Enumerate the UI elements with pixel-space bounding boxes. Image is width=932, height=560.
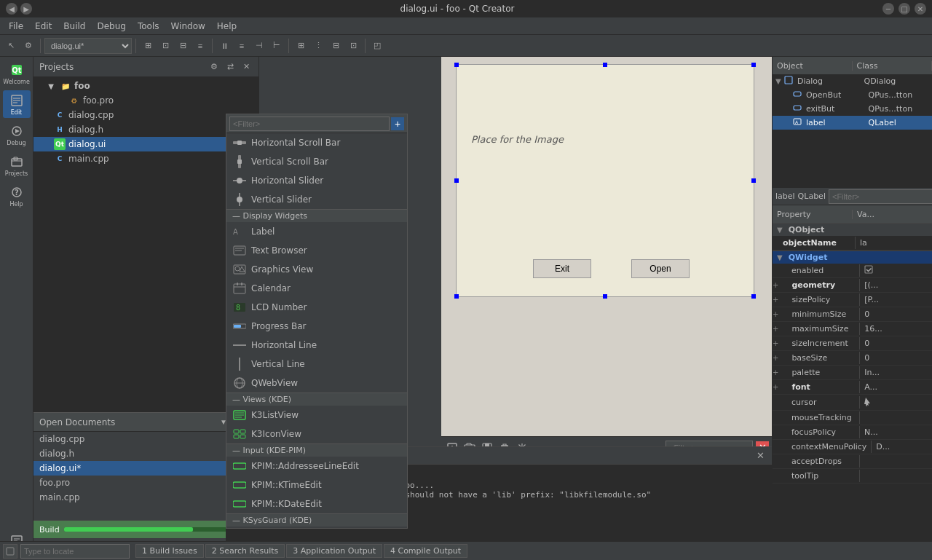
prop-enabled[interactable]: enabled	[773, 264, 932, 278]
resize-tl[interactable]	[454, 63, 459, 67]
prop-maximumsize[interactable]: + maximumSize 16...	[773, 322, 932, 336]
widget-kdate[interactable]: KPIM::KDateEdit	[226, 494, 407, 513]
doc-dialogcpp[interactable]: dialog.cpp	[33, 432, 258, 446]
widget-k3listview[interactable]: K3ListView	[226, 406, 407, 425]
prop-font[interactable]: + font A...	[773, 380, 932, 395]
widget-progress-bar[interactable]: Progress Bar	[226, 317, 407, 336]
tb-btn-6[interactable]: ≡	[234, 38, 250, 54]
resize-br[interactable]	[751, 294, 756, 299]
prop-basesize[interactable]: + baseSize 0	[773, 351, 932, 366]
menu-file[interactable]: File	[3, 20, 29, 33]
sidebar-icon-edit[interactable]: Edit	[3, 90, 31, 118]
obj-dialog[interactable]: ▼ Dialog QDialog	[773, 74, 932, 88]
property-filter-input[interactable]	[829, 189, 932, 204]
widget-vslider[interactable]: Vertical Slider	[226, 190, 407, 209]
window-maximize-btn[interactable]: □	[899, 3, 910, 15]
tb-btn-13[interactable]: ◰	[369, 38, 385, 54]
widget-vline[interactable]: Vertical Line	[226, 355, 407, 374]
menu-debug[interactable]: Debug	[91, 20, 131, 33]
tb-filter-btn[interactable]: ⚙	[20, 38, 36, 54]
projects-sync-btn[interactable]: ⇄	[224, 60, 237, 74]
tree-file-dialogui[interactable]: Qt dialog.ui	[33, 137, 258, 151]
projects-close-btn[interactable]: ✕	[240, 60, 253, 74]
tb-btn-4[interactable]: ≡	[192, 38, 208, 54]
obj-exitbut[interactable]: exitBut QPus...tton	[773, 102, 932, 116]
prop-minimumsize[interactable]: + minimumSize 0	[773, 307, 932, 322]
widget-filter-input[interactable]	[229, 117, 390, 131]
widget-add-btn[interactable]: +	[391, 117, 404, 130]
widget-hline[interactable]: Horizontal Line	[226, 336, 407, 355]
prop-palette[interactable]: + palette In...	[773, 366, 932, 380]
prop-sizepolicy[interactable]: + sizePolicy [P...	[773, 293, 932, 307]
tb-btn-10[interactable]: ⋮	[310, 38, 326, 54]
tb-pointer-btn[interactable]: ↖	[3, 38, 19, 54]
tb-btn-5[interactable]: ⏸	[216, 38, 232, 54]
menu-window[interactable]: Window	[165, 20, 211, 33]
tree-file-dialogh[interactable]: H dialog.h	[33, 122, 258, 137]
status-tab-compile[interactable]: 4 Compile Output	[384, 544, 467, 558]
prop-cursor[interactable]: cursor	[773, 395, 932, 411]
tb-btn-2[interactable]: ⊡	[157, 38, 173, 54]
doc-foopro[interactable]: foo.pro	[33, 476, 258, 490]
window-minimize-btn[interactable]: −	[882, 3, 894, 15]
widget-klsof[interactable]: KLsofWidget	[226, 527, 407, 528]
widget-lcd-number[interactable]: 8 LCD Number	[226, 298, 407, 317]
sidebar-icon-welcome[interactable]: Qt Welcome	[3, 60, 31, 87]
window-forward-btn[interactable]: ▶	[20, 3, 32, 15]
obj-label[interactable]: A label QLabel	[773, 116, 932, 130]
resize-ml[interactable]	[454, 178, 459, 183]
section-qwidget[interactable]: ▼ QWidget	[773, 251, 932, 264]
resize-tr[interactable]	[751, 63, 756, 67]
tb-btn-11[interactable]: ⊟	[328, 38, 344, 54]
status-tab-search[interactable]: 2 Search Results	[205, 544, 285, 558]
widget-k3iconview[interactable]: K3IconView	[226, 425, 407, 443]
doc-dialogh[interactable]: dialog.h	[33, 446, 258, 461]
doc-dialogui[interactable]: dialog.ui*	[33, 461, 258, 476]
section-qobject[interactable]: ▼ QObject	[773, 223, 932, 236]
status-tab-appoutput[interactable]: 3 Application Output	[286, 544, 382, 558]
output-panel-close[interactable]: ✕	[754, 450, 766, 462]
widget-hslider[interactable]: Horizontal Slider	[226, 171, 407, 190]
prop-contextmenupolicy[interactable]: contextMenuPolicy D...	[773, 440, 932, 454]
prop-acceptdrops[interactable]: acceptDrops	[773, 454, 932, 469]
sidebar-icon-projects[interactable]: Projects	[3, 151, 31, 179]
tree-root[interactable]: ▼ 📁 foo	[33, 79, 258, 93]
widget-text-browser[interactable]: Text Browser	[226, 241, 407, 260]
menu-tools[interactable]: Tools	[132, 20, 165, 33]
search-input[interactable]	[20, 544, 130, 559]
tb-btn-12[interactable]: ⊡	[345, 38, 361, 54]
tree-file-dialogcpp[interactable]: C dialog.cpp	[33, 108, 258, 122]
widget-hscrollbar[interactable]: Horizontal Scroll Bar	[226, 133, 407, 152]
canvas-open-button[interactable]: Open	[631, 259, 690, 278]
prop-mousetracking[interactable]: mouseTracking	[773, 411, 932, 425]
tree-file-maincpp[interactable]: C main.cpp	[33, 151, 258, 166]
prop-sizeincrement[interactable]: + sizeIncrement 0	[773, 336, 932, 351]
tb-btn-1[interactable]: ⊞	[140, 38, 156, 54]
widget-qwebview[interactable]: QWebView	[226, 374, 407, 393]
tb-btn-3[interactable]: ⊟	[175, 38, 191, 54]
widget-ktime[interactable]: KPIM::KTimeEdit	[226, 476, 407, 494]
design-canvas[interactable]: Place for the Image Exit Open	[441, 57, 772, 436]
widget-vscrollbar[interactable]: Vertical Scroll Bar	[226, 152, 407, 171]
doc-maincpp[interactable]: main.cpp	[33, 490, 258, 505]
widget-addressee[interactable]: KPIM::AddresseeLineEdit	[226, 457, 407, 476]
file-selector[interactable]: dialog.ui*	[44, 38, 132, 54]
prop-tooltip[interactable]: toolTip	[773, 469, 932, 484]
tb-btn-9[interactable]: ⊞	[293, 38, 309, 54]
status-tab-build[interactable]: 1 Build Issues	[135, 544, 204, 558]
tb-btn-7[interactable]: ⊣	[251, 38, 267, 54]
sidebar-icon-debug[interactable]: Debug	[3, 121, 31, 149]
menu-build[interactable]: Build	[58, 20, 91, 33]
menu-help[interactable]: Help	[211, 20, 242, 33]
menu-edit[interactable]: Edit	[29, 20, 58, 33]
resize-mr[interactable]	[751, 178, 756, 183]
obj-openbut[interactable]: OpenBut QPus...tton	[773, 88, 932, 102]
dialog-window[interactable]: Place for the Image Exit Open	[456, 64, 754, 297]
window-back-btn[interactable]: ◀	[6, 3, 17, 15]
prop-focuspolicy[interactable]: focusPolicy N...	[773, 425, 932, 440]
resize-tm[interactable]	[603, 63, 607, 67]
widget-graphics-view[interactable]: Graphics View	[226, 260, 407, 279]
canvas-exit-button[interactable]: Exit	[533, 259, 591, 278]
projects-filter-btn[interactable]: ⚙	[208, 60, 221, 74]
widget-label[interactable]: A Label	[226, 222, 407, 241]
